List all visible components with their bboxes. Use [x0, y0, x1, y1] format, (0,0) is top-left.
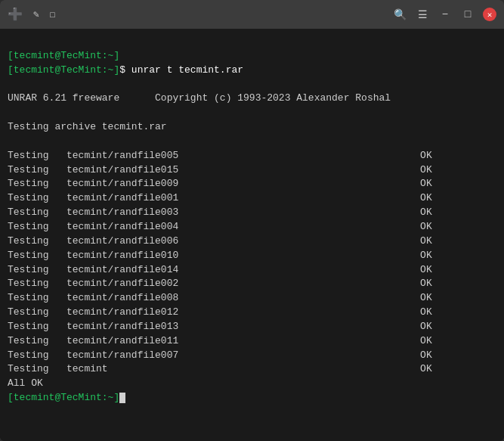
ok-status: OK — [420, 221, 432, 232]
titlebar: ➕ ✎ ☐ 🔍 ☰ − □ ✕ — [0, 0, 504, 29]
file-row: Testing tecmint/randfile010 OK — [8, 250, 432, 261]
prompt-1-green: [tecmint@TecMint:~] — [8, 50, 119, 61]
maximize-icon[interactable]: □ — [460, 7, 475, 22]
ok-status: OK — [420, 306, 432, 318]
titlebar-right-icons: 🔍 ☰ − □ ✕ — [392, 7, 496, 22]
ok-status: OK — [420, 150, 432, 161]
rename-icon[interactable]: ✎ — [33, 8, 39, 20]
new-tab-icon[interactable]: ➕ — [8, 7, 23, 22]
ok-status: OK — [420, 264, 432, 275]
file-row: Testing tecmint/randfile008 OK — [8, 292, 432, 303]
file-row: Testing tecmint/randfile006 OK — [8, 235, 432, 247]
file-row: Testing tecmint/randfile009 OK — [8, 178, 432, 189]
ok-status: OK — [420, 250, 432, 261]
ok-status: OK — [420, 292, 432, 303]
prompt-3-green: [tecmint@TecMint:~] — [8, 392, 119, 403]
titlebar-left-icons: ➕ ✎ ☐ — [8, 7, 56, 22]
file-row: Testing tecmint/randfile003 OK — [8, 207, 432, 218]
terminal-window: ➕ ✎ ☐ 🔍 ☰ − □ ✕ [tecmint@TecMint:~] [tec… — [0, 0, 504, 441]
split-icon[interactable]: ☐ — [50, 8, 56, 20]
all-ok-line: All OK — [8, 377, 43, 389]
file-row: Testing tecmint/randfile005 OK — [8, 150, 432, 161]
file-row: Testing tecmint/randfile007 OK — [8, 349, 432, 361]
ok-status: OK — [420, 164, 432, 175]
file-row: Testing tecmint/randfile014 OK — [8, 264, 432, 275]
prompt-2-green: [tecmint@TecMint:~] — [8, 64, 119, 76]
terminal-content[interactable]: [tecmint@TecMint:~] [tecmint@TecMint:~]$… — [0, 29, 504, 441]
file-list: Testing tecmint/randfile005 OK Testing t… — [8, 150, 432, 375]
search-icon[interactable]: 🔍 — [392, 7, 407, 22]
ok-status: OK — [420, 349, 432, 361]
ok-status: OK — [420, 321, 432, 332]
cursor — [119, 393, 125, 403]
ok-status: OK — [420, 207, 432, 218]
file-row: Testing tecmint/randfile015 OK — [8, 164, 432, 175]
ok-status: OK — [420, 235, 432, 247]
prompt-line-1: [tecmint@TecMint:~] [tecmint@TecMint:~]$… — [8, 50, 391, 132]
menu-icon[interactable]: ☰ — [415, 7, 430, 22]
archive-line: Testing archive tecmint.rar — [8, 121, 167, 132]
ok-status: OK — [420, 335, 432, 346]
command-text: $ unrar t tecmint.rar — [119, 64, 243, 76]
file-row: Testing tecmint/randfile012 OK — [8, 306, 432, 318]
ok-status: OK — [420, 192, 432, 203]
file-row: Testing tecmint/randfile011 OK — [8, 335, 432, 346]
unrar-header: UNRAR 6.21 freeware Copyright (c) 1993-2… — [8, 92, 391, 104]
ok-status: OK — [420, 363, 432, 374]
file-row: Testing tecmint/randfile002 OK — [8, 278, 432, 289]
minimize-icon[interactable]: − — [438, 7, 453, 22]
close-icon[interactable]: ✕ — [483, 8, 496, 21]
file-row: Testing tecmint/randfile004 OK — [8, 221, 432, 232]
ok-status: OK — [420, 178, 432, 189]
ok-status: OK — [420, 278, 432, 289]
file-row: Testing tecmint/randfile001 OK — [8, 192, 432, 203]
file-row: Testing tecmint OK — [8, 363, 432, 374]
file-row: Testing tecmint/randfile013 OK — [8, 321, 432, 332]
